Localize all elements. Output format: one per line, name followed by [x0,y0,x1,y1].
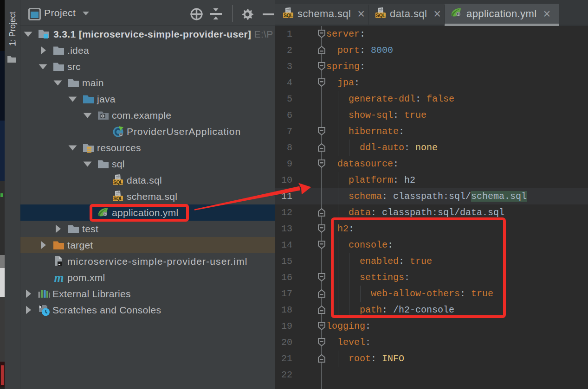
svg-text:SQL: SQL [284,13,293,18]
svg-text:m: m [54,272,64,284]
svg-text:SQL: SQL [376,13,386,18]
svg-text:SQL: SQL [113,179,123,185]
svg-text:SQL: SQL [113,196,123,201]
